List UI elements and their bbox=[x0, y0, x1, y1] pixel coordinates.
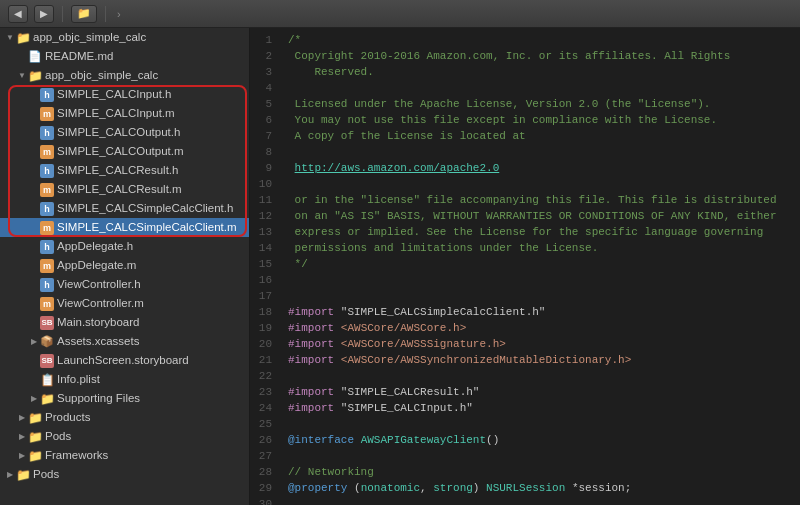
item-label-viewcontroller-m: ViewController.m bbox=[57, 294, 249, 313]
line-num: 11 bbox=[254, 192, 272, 208]
tree-item-viewcontroller-m[interactable]: m ViewController.m bbox=[0, 294, 249, 313]
line-num: 9 bbox=[254, 160, 272, 176]
forward-icon: ▶ bbox=[40, 8, 48, 19]
tree-item-pods[interactable]: 📁 Pods bbox=[0, 427, 249, 446]
code-line: http://aws.amazon.com/apache2.0 bbox=[288, 160, 792, 176]
code-line: permissions and limitations under the Li… bbox=[288, 240, 792, 256]
tree-item-info-plist[interactable]: 📋 Info.plist bbox=[0, 370, 249, 389]
tree-item-app-group[interactable]: 📁 app_objc_simple_calc bbox=[0, 66, 249, 85]
back-icon: ◀ bbox=[14, 8, 22, 19]
tree-item-readme[interactable]: 📄 README.md bbox=[0, 47, 249, 66]
tree-item-calcclient-m[interactable]: m SIMPLE_CALCSimpleCalcClient.m bbox=[0, 218, 249, 237]
tree-item-calcinput-m[interactable]: m SIMPLE_CALCInput.m bbox=[0, 104, 249, 123]
code-line bbox=[288, 272, 792, 288]
item-label-calcresult-h: SIMPLE_CALCResult.h bbox=[57, 161, 249, 180]
code-line: You may not use this file except in comp… bbox=[288, 112, 792, 128]
folder-icon: 📁 bbox=[28, 430, 42, 444]
code-line bbox=[288, 176, 792, 192]
xcassets-icon: 📦 bbox=[40, 335, 54, 349]
line-num: 10 bbox=[254, 176, 272, 192]
line-num: 6 bbox=[254, 112, 272, 128]
item-label-pods2: Pods bbox=[33, 465, 249, 484]
tree-item-calcinput-h[interactable]: h SIMPLE_CALCInput.h bbox=[0, 85, 249, 104]
tree-item-launch-storyboard[interactable]: SB LaunchScreen.storyboard bbox=[0, 351, 249, 370]
storyboard-icon: SB bbox=[40, 316, 54, 330]
line-num: 14 bbox=[254, 240, 272, 256]
breadcrumb: › bbox=[114, 8, 124, 20]
code-line: @property (nonatomic, strong) NSURLSessi… bbox=[288, 480, 792, 496]
h-icon: h bbox=[40, 164, 54, 178]
code-line: express or implied. See the License for … bbox=[288, 224, 792, 240]
tree-item-viewcontroller-h[interactable]: h ViewController.h bbox=[0, 275, 249, 294]
line-num: 4 bbox=[254, 80, 272, 96]
h-icon: h bbox=[40, 240, 54, 254]
folder-icon: 📁 bbox=[16, 468, 30, 482]
item-label-calcoutput-h: SIMPLE_CALCOutput.h bbox=[57, 123, 249, 142]
toolbar-sep-1 bbox=[62, 6, 63, 22]
item-label-assets: Assets.xcassets bbox=[57, 332, 249, 351]
tree-item-calcclient-h[interactable]: h SIMPLE_CALCSimpleCalcClient.h bbox=[0, 199, 249, 218]
tree-item-appdelegate-h[interactable]: h AppDelegate.h bbox=[0, 237, 249, 256]
line-num: 21 bbox=[254, 352, 272, 368]
code-line: Reserved. bbox=[288, 64, 792, 80]
item-label-readme: README.md bbox=[45, 47, 249, 66]
line-num: 8 bbox=[254, 144, 272, 160]
code-editor[interactable]: 1234567891011121314151617181920212223242… bbox=[250, 28, 800, 505]
code-line: @interface AWSAPIGatewayClient() bbox=[288, 432, 792, 448]
arrow-closed bbox=[16, 431, 28, 443]
line-num: 28 bbox=[254, 464, 272, 480]
tree-item-calcoutput-h[interactable]: h SIMPLE_CALCOutput.h bbox=[0, 123, 249, 142]
arrow-closed bbox=[4, 469, 16, 481]
folder-icon: 📁 bbox=[28, 411, 42, 425]
item-label-calcclient-h: SIMPLE_CALCSimpleCalcClient.h bbox=[57, 199, 249, 218]
code-line bbox=[288, 80, 792, 96]
folder-icon-btn[interactable]: 📁 bbox=[71, 5, 97, 23]
code-line: Copyright 2010-2016 Amazon.com, Inc. or … bbox=[288, 48, 792, 64]
arrow-closed bbox=[16, 450, 28, 462]
code-line: #import <AWSCore/AWSCore.h> bbox=[288, 320, 792, 336]
code-line: A copy of the License is located at bbox=[288, 128, 792, 144]
toolbar-forward-btn[interactable]: ▶ bbox=[34, 5, 54, 23]
code-line: #import "SIMPLE_CALCInput.h" bbox=[288, 400, 792, 416]
breadcrumb-sep: › bbox=[117, 8, 121, 20]
code-line bbox=[288, 416, 792, 432]
md-icon: 📄 bbox=[28, 50, 42, 64]
h-icon: h bbox=[40, 202, 54, 216]
folder-icon: 📁 bbox=[28, 69, 42, 83]
tree-item-calcoutput-m[interactable]: m SIMPLE_CALCOutput.m bbox=[0, 142, 249, 161]
tree-item-calcresult-m[interactable]: m SIMPLE_CALCResult.m bbox=[0, 180, 249, 199]
item-label-appdelegate-m: AppDelegate.m bbox=[57, 256, 249, 275]
line-num: 1 bbox=[254, 32, 272, 48]
tree-item-supporting[interactable]: 📁 Supporting Files bbox=[0, 389, 249, 408]
tree-item-frameworks[interactable]: 📁 Frameworks bbox=[0, 446, 249, 465]
tree-item-root[interactable]: 📁 app_objc_simple_calc bbox=[0, 28, 249, 47]
code-line: #import "SIMPLE_CALCSimpleCalcClient.h" bbox=[288, 304, 792, 320]
item-label-calcinput-m: SIMPLE_CALCInput.m bbox=[57, 104, 249, 123]
arrow-closed bbox=[28, 336, 40, 348]
code-line bbox=[288, 448, 792, 464]
tree-item-main-storyboard[interactable]: SB Main.storyboard bbox=[0, 313, 249, 332]
m-icon: m bbox=[40, 259, 54, 273]
m-icon: m bbox=[40, 107, 54, 121]
tree-item-products[interactable]: 📁 Products bbox=[0, 408, 249, 427]
file-tree[interactable]: 📁 app_objc_simple_calc 📄 README.md 📁 app… bbox=[0, 28, 250, 505]
item-label-viewcontroller-h: ViewController.h bbox=[57, 275, 249, 294]
code-content: /* Copyright 2010-2016 Amazon.com, Inc. … bbox=[280, 28, 800, 505]
tree-item-appdelegate-m[interactable]: m AppDelegate.m bbox=[0, 256, 249, 275]
item-label-info-plist: Info.plist bbox=[57, 370, 249, 389]
code-line bbox=[288, 144, 792, 160]
tree-item-assets[interactable]: 📦 Assets.xcassets bbox=[0, 332, 249, 351]
tree-item-pods2[interactable]: 📁 Pods bbox=[0, 465, 249, 484]
item-label-supporting: Supporting Files bbox=[57, 389, 249, 408]
plist-icon: 📋 bbox=[40, 373, 54, 387]
item-label-pods: Pods bbox=[45, 427, 249, 446]
tree-item-calcresult-h[interactable]: h SIMPLE_CALCResult.h bbox=[0, 161, 249, 180]
line-num: 3 bbox=[254, 64, 272, 80]
item-label-calcclient-m: SIMPLE_CALCSimpleCalcClient.m bbox=[57, 218, 249, 237]
line-num: 19 bbox=[254, 320, 272, 336]
code-line: Licensed under the Apache License, Versi… bbox=[288, 96, 792, 112]
line-num: 29 bbox=[254, 480, 272, 496]
toolbar-back-btn[interactable]: ◀ bbox=[8, 5, 28, 23]
arrow-open bbox=[16, 70, 28, 82]
code-line bbox=[288, 496, 792, 505]
